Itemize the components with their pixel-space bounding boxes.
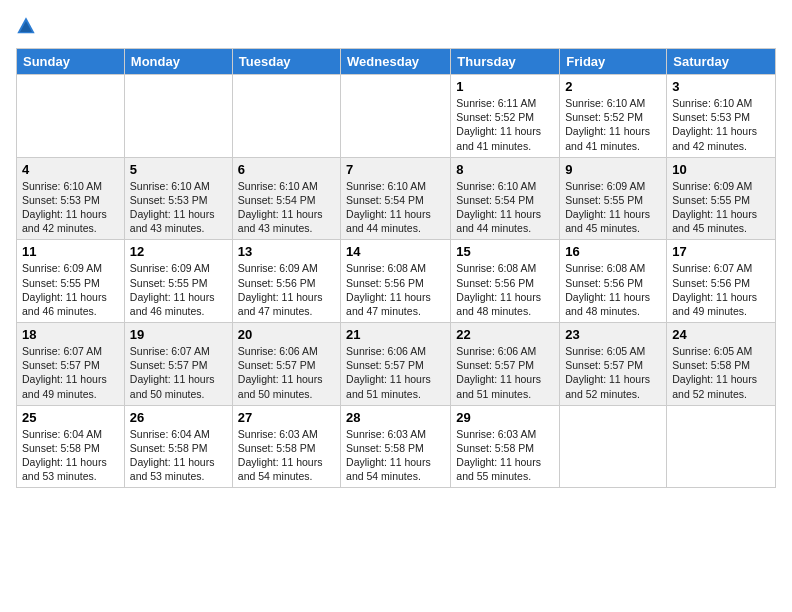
day-number: 18 xyxy=(22,327,119,342)
day-number: 12 xyxy=(130,244,227,259)
calendar-week-row: 25Sunrise: 6:04 AM Sunset: 5:58 PM Dayli… xyxy=(17,405,776,488)
day-info: Sunrise: 6:06 AM Sunset: 5:57 PM Dayligh… xyxy=(346,344,445,401)
day-info: Sunrise: 6:10 AM Sunset: 5:53 PM Dayligh… xyxy=(22,179,119,236)
day-number: 5 xyxy=(130,162,227,177)
day-info: Sunrise: 6:09 AM Sunset: 5:55 PM Dayligh… xyxy=(565,179,661,236)
calendar-cell: 20Sunrise: 6:06 AM Sunset: 5:57 PM Dayli… xyxy=(232,323,340,406)
day-info: Sunrise: 6:04 AM Sunset: 5:58 PM Dayligh… xyxy=(130,427,227,484)
day-number: 24 xyxy=(672,327,770,342)
day-info: Sunrise: 6:08 AM Sunset: 5:56 PM Dayligh… xyxy=(346,261,445,318)
calendar-cell: 7Sunrise: 6:10 AM Sunset: 5:54 PM Daylig… xyxy=(341,157,451,240)
calendar-cell: 1Sunrise: 6:11 AM Sunset: 5:52 PM Daylig… xyxy=(451,75,560,158)
calendar-cell: 10Sunrise: 6:09 AM Sunset: 5:55 PM Dayli… xyxy=(667,157,776,240)
day-info: Sunrise: 6:05 AM Sunset: 5:57 PM Dayligh… xyxy=(565,344,661,401)
day-info: Sunrise: 6:08 AM Sunset: 5:56 PM Dayligh… xyxy=(565,261,661,318)
calendar-cell: 16Sunrise: 6:08 AM Sunset: 5:56 PM Dayli… xyxy=(560,240,667,323)
calendar-cell xyxy=(124,75,232,158)
page-header xyxy=(16,16,776,40)
day-number: 16 xyxy=(565,244,661,259)
calendar-cell: 18Sunrise: 6:07 AM Sunset: 5:57 PM Dayli… xyxy=(17,323,125,406)
calendar-cell: 19Sunrise: 6:07 AM Sunset: 5:57 PM Dayli… xyxy=(124,323,232,406)
logo-icon xyxy=(16,16,36,36)
day-header-friday: Friday xyxy=(560,49,667,75)
calendar-cell: 12Sunrise: 6:09 AM Sunset: 5:55 PM Dayli… xyxy=(124,240,232,323)
calendar-cell xyxy=(667,405,776,488)
calendar-cell: 3Sunrise: 6:10 AM Sunset: 5:53 PM Daylig… xyxy=(667,75,776,158)
day-number: 13 xyxy=(238,244,335,259)
calendar-cell: 25Sunrise: 6:04 AM Sunset: 5:58 PM Dayli… xyxy=(17,405,125,488)
calendar-cell: 9Sunrise: 6:09 AM Sunset: 5:55 PM Daylig… xyxy=(560,157,667,240)
day-number: 17 xyxy=(672,244,770,259)
day-info: Sunrise: 6:11 AM Sunset: 5:52 PM Dayligh… xyxy=(456,96,554,153)
day-number: 10 xyxy=(672,162,770,177)
day-number: 26 xyxy=(130,410,227,425)
calendar-cell xyxy=(232,75,340,158)
calendar-cell xyxy=(341,75,451,158)
day-number: 7 xyxy=(346,162,445,177)
calendar-week-row: 18Sunrise: 6:07 AM Sunset: 5:57 PM Dayli… xyxy=(17,323,776,406)
day-info: Sunrise: 6:07 AM Sunset: 5:56 PM Dayligh… xyxy=(672,261,770,318)
day-info: Sunrise: 6:07 AM Sunset: 5:57 PM Dayligh… xyxy=(22,344,119,401)
calendar-cell: 4Sunrise: 6:10 AM Sunset: 5:53 PM Daylig… xyxy=(17,157,125,240)
day-info: Sunrise: 6:09 AM Sunset: 5:56 PM Dayligh… xyxy=(238,261,335,318)
day-header-monday: Monday xyxy=(124,49,232,75)
day-number: 3 xyxy=(672,79,770,94)
day-info: Sunrise: 6:03 AM Sunset: 5:58 PM Dayligh… xyxy=(346,427,445,484)
day-number: 8 xyxy=(456,162,554,177)
day-number: 21 xyxy=(346,327,445,342)
day-info: Sunrise: 6:07 AM Sunset: 5:57 PM Dayligh… xyxy=(130,344,227,401)
day-info: Sunrise: 6:09 AM Sunset: 5:55 PM Dayligh… xyxy=(130,261,227,318)
day-number: 23 xyxy=(565,327,661,342)
day-info: Sunrise: 6:03 AM Sunset: 5:58 PM Dayligh… xyxy=(456,427,554,484)
calendar-cell: 28Sunrise: 6:03 AM Sunset: 5:58 PM Dayli… xyxy=(341,405,451,488)
day-info: Sunrise: 6:04 AM Sunset: 5:58 PM Dayligh… xyxy=(22,427,119,484)
day-header-saturday: Saturday xyxy=(667,49,776,75)
day-info: Sunrise: 6:10 AM Sunset: 5:53 PM Dayligh… xyxy=(672,96,770,153)
calendar-cell: 13Sunrise: 6:09 AM Sunset: 5:56 PM Dayli… xyxy=(232,240,340,323)
day-info: Sunrise: 6:05 AM Sunset: 5:58 PM Dayligh… xyxy=(672,344,770,401)
calendar-cell: 23Sunrise: 6:05 AM Sunset: 5:57 PM Dayli… xyxy=(560,323,667,406)
day-info: Sunrise: 6:09 AM Sunset: 5:55 PM Dayligh… xyxy=(672,179,770,236)
day-info: Sunrise: 6:10 AM Sunset: 5:54 PM Dayligh… xyxy=(238,179,335,236)
calendar-cell: 21Sunrise: 6:06 AM Sunset: 5:57 PM Dayli… xyxy=(341,323,451,406)
day-number: 4 xyxy=(22,162,119,177)
calendar-cell: 8Sunrise: 6:10 AM Sunset: 5:54 PM Daylig… xyxy=(451,157,560,240)
calendar-week-row: 11Sunrise: 6:09 AM Sunset: 5:55 PM Dayli… xyxy=(17,240,776,323)
day-info: Sunrise: 6:10 AM Sunset: 5:53 PM Dayligh… xyxy=(130,179,227,236)
day-info: Sunrise: 6:10 AM Sunset: 5:54 PM Dayligh… xyxy=(346,179,445,236)
day-header-sunday: Sunday xyxy=(17,49,125,75)
day-number: 27 xyxy=(238,410,335,425)
day-header-thursday: Thursday xyxy=(451,49,560,75)
day-header-wednesday: Wednesday xyxy=(341,49,451,75)
calendar-cell: 5Sunrise: 6:10 AM Sunset: 5:53 PM Daylig… xyxy=(124,157,232,240)
day-number: 20 xyxy=(238,327,335,342)
day-number: 2 xyxy=(565,79,661,94)
calendar-week-row: 4Sunrise: 6:10 AM Sunset: 5:53 PM Daylig… xyxy=(17,157,776,240)
calendar-cell: 27Sunrise: 6:03 AM Sunset: 5:58 PM Dayli… xyxy=(232,405,340,488)
day-info: Sunrise: 6:03 AM Sunset: 5:58 PM Dayligh… xyxy=(238,427,335,484)
logo xyxy=(16,16,40,40)
day-number: 19 xyxy=(130,327,227,342)
calendar-cell xyxy=(560,405,667,488)
day-number: 28 xyxy=(346,410,445,425)
day-info: Sunrise: 6:06 AM Sunset: 5:57 PM Dayligh… xyxy=(456,344,554,401)
calendar-header-row: SundayMondayTuesdayWednesdayThursdayFrid… xyxy=(17,49,776,75)
calendar-cell: 24Sunrise: 6:05 AM Sunset: 5:58 PM Dayli… xyxy=(667,323,776,406)
calendar-cell: 29Sunrise: 6:03 AM Sunset: 5:58 PM Dayli… xyxy=(451,405,560,488)
day-number: 15 xyxy=(456,244,554,259)
calendar-cell: 11Sunrise: 6:09 AM Sunset: 5:55 PM Dayli… xyxy=(17,240,125,323)
calendar-table: SundayMondayTuesdayWednesdayThursdayFrid… xyxy=(16,48,776,488)
day-info: Sunrise: 6:10 AM Sunset: 5:52 PM Dayligh… xyxy=(565,96,661,153)
day-number: 14 xyxy=(346,244,445,259)
day-info: Sunrise: 6:08 AM Sunset: 5:56 PM Dayligh… xyxy=(456,261,554,318)
day-number: 25 xyxy=(22,410,119,425)
day-number: 6 xyxy=(238,162,335,177)
day-number: 1 xyxy=(456,79,554,94)
day-number: 22 xyxy=(456,327,554,342)
calendar-cell: 22Sunrise: 6:06 AM Sunset: 5:57 PM Dayli… xyxy=(451,323,560,406)
day-info: Sunrise: 6:09 AM Sunset: 5:55 PM Dayligh… xyxy=(22,261,119,318)
day-info: Sunrise: 6:10 AM Sunset: 5:54 PM Dayligh… xyxy=(456,179,554,236)
calendar-cell: 15Sunrise: 6:08 AM Sunset: 5:56 PM Dayli… xyxy=(451,240,560,323)
calendar-cell: 14Sunrise: 6:08 AM Sunset: 5:56 PM Dayli… xyxy=(341,240,451,323)
calendar-cell: 6Sunrise: 6:10 AM Sunset: 5:54 PM Daylig… xyxy=(232,157,340,240)
